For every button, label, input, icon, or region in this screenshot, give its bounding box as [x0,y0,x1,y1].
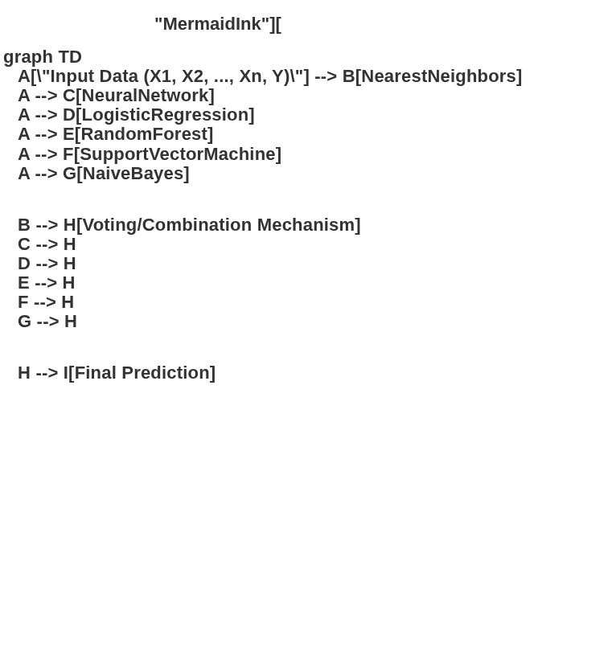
edges-group-1: A[\"Input Data (X1, X2, ..., Xn, Y)\"] -… [3,67,614,182]
blank-line [3,183,614,215]
code-line: A --> D[LogisticRegression] [3,105,614,124]
edges-group-2: B --> H[Voting/Combination Mechanism]C -… [3,215,614,331]
code-line: A --> C[NeuralNetwork] [3,86,614,104]
code-line: F --> H [3,293,614,311]
code-line: A --> E[RandomForest] [3,125,614,143]
function-call-header: "MermaidInk"][ [2,14,614,33]
code-block: graph TD A[\"Input Data (X1, X2, ..., Xn… [2,47,614,382]
code-line: A --> F[SupportVectorMachine] [3,145,614,163]
code-line: A[\"Input Data (X1, X2, ..., Xn, Y)\"] -… [3,67,614,85]
header-string: "MermaidInk" [154,14,269,34]
blank-line [3,331,614,363]
edges-group-3: H --> I[Final Prediction] [3,363,614,382]
code-line: A --> G[NaiveBayes] [3,164,614,182]
code-line: C --> H [3,235,614,253]
code-line: B --> H[Voting/Combination Mechanism] [3,215,614,234]
code-line: G --> H [3,312,614,330]
code-line: H --> I[Final Prediction] [3,363,614,382]
code-line: D --> H [3,254,614,272]
header-tail: ][ [269,14,281,34]
code-line: E --> H [3,273,614,292]
graph-declaration: graph TD [3,47,614,66]
